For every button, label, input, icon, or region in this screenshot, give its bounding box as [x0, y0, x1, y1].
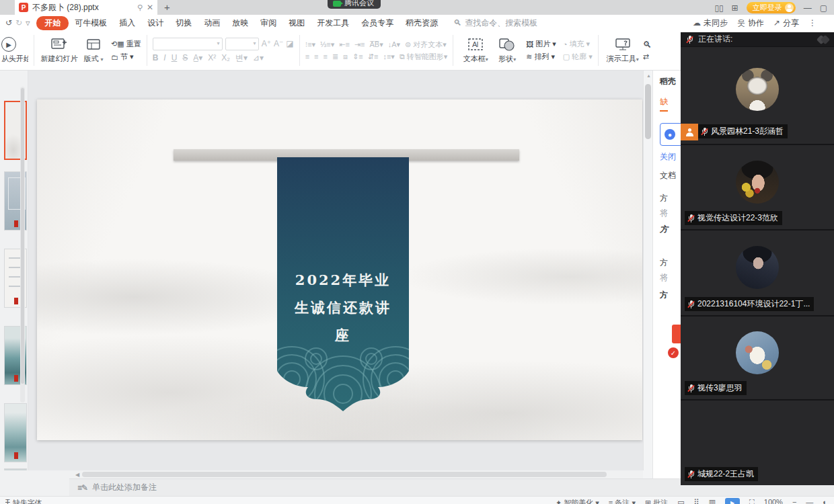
quick-access-chevron-icon[interactable]: ▽: [26, 20, 30, 26]
slide-editor[interactable]: 2022年毕业 生诚信还款讲 座: [37, 99, 642, 440]
decrease-indent-icon[interactable]: ⇤≡: [339, 40, 350, 49]
shapes-button[interactable]: 形状▾: [492, 37, 522, 64]
canvas-vertical-scrollbar[interactable]: ▲: [643, 71, 652, 470]
superscript-icon[interactable]: X²: [208, 53, 216, 62]
play-from-start-button[interactable]: ▶ 从头开始: [1, 37, 28, 64]
find-icon[interactable]: 🔍︎: [643, 40, 652, 50]
collaborate-button[interactable]: 웃 协作: [737, 17, 764, 29]
split-view-icon[interactable]: ▯▯: [714, 3, 723, 13]
normal-view-icon[interactable]: ▭: [677, 498, 684, 504]
numbered-list-icon[interactable]: ⅓≡▾: [320, 40, 334, 49]
menu-tab-review[interactable]: 审阅: [254, 16, 282, 30]
font-item[interactable]: 方: [660, 290, 668, 301]
pin-tab-icon[interactable]: ⚲: [137, 3, 143, 12]
smart-beautify-button[interactable]: ✦ 智能美化 ▾: [556, 498, 599, 504]
wps-assistant-icon[interactable]: ✓: [668, 347, 679, 358]
menu-tab-view[interactable]: 视图: [282, 16, 311, 30]
layout-button[interactable]: 版式 ▾: [79, 37, 108, 64]
font-item[interactable]: 方: [660, 257, 668, 269]
slide-sorter-icon[interactable]: ⠿: [694, 498, 699, 504]
line-spacing-icon[interactable]: ⇕≡: [352, 52, 363, 61]
zoom-out-icon[interactable]: −: [792, 498, 796, 504]
menu-tab-transitions[interactable]: 切换: [169, 16, 198, 30]
font-color-icon[interactable]: A̲▾: [193, 53, 202, 62]
menu-tab-home[interactable]: 开始: [36, 16, 69, 30]
menu-tab-design[interactable]: 设计: [141, 16, 169, 30]
horizontal-scroll-thumb[interactable]: [82, 472, 607, 477]
participant-tile[interactable]: 20221316104环境设计22-1丁...: [681, 230, 834, 317]
sync-status-button[interactable]: ☁ 未同步: [693, 17, 728, 29]
text-direction-icon[interactable]: A̅B̅▾: [370, 40, 383, 49]
font-size-combo[interactable]: [225, 38, 259, 50]
maximize-icon[interactable]: ▢: [820, 3, 827, 13]
menu-tab-keniu-templates[interactable]: 可牛模板: [69, 16, 113, 30]
menu-tab-insert[interactable]: 插入: [113, 16, 141, 30]
reset-slide-button[interactable]: ⟲▦ 重置: [111, 39, 141, 49]
justify-icon[interactable]: ≣: [332, 52, 338, 61]
zoom-slider[interactable]: —: [806, 498, 813, 504]
new-slide-button[interactable]: 新建幻灯片: [40, 37, 79, 64]
phonetic-guide-icon[interactable]: 변▾: [235, 52, 248, 64]
clear-format-icon[interactable]: ◪: [286, 39, 293, 48]
taskpane-close-link[interactable]: 关闭: [660, 151, 676, 163]
scroll-up-icon[interactable]: ▲: [646, 73, 651, 78]
menu-tab-animation[interactable]: 动画: [198, 16, 226, 30]
command-search-box[interactable]: 🔍︎ 查找命令、搜索模板: [453, 17, 537, 29]
align-left-icon[interactable]: ≡: [305, 52, 309, 60]
share-button[interactable]: ↗ 分享: [773, 17, 799, 29]
status-comment-button[interactable]: ⊞ 批注: [645, 498, 668, 504]
taskpane-tab[interactable]: 缺: [660, 96, 668, 112]
align-center-icon[interactable]: ≡: [314, 52, 318, 60]
fill-button[interactable]: ◔ 填充▾: [563, 39, 593, 49]
slide-thumbnail-5[interactable]: [4, 403, 27, 462]
line-direction-icon[interactable]: ↓A▾: [388, 40, 400, 49]
slideshow-play-button[interactable]: ▶: [725, 498, 740, 504]
font-item[interactable]: 方: [660, 224, 668, 235]
participant-tile[interactable]: 视觉传达设计22-3范欣: [681, 145, 834, 230]
bold-icon[interactable]: B: [153, 53, 159, 62]
status-notes-button[interactable]: ≡ 备注 ▾: [609, 498, 636, 504]
increase-font-icon[interactable]: A⁺: [262, 39, 271, 48]
menu-tab-slideshow[interactable]: 放映: [226, 16, 254, 30]
participant-tile[interactable]: 风景园林21-3彭涵哲: [681, 47, 834, 145]
menu-tab-member[interactable]: 会员专享: [355, 16, 400, 30]
align-right-icon[interactable]: ≡: [324, 52, 328, 60]
scroll-left-icon[interactable]: ◀: [73, 472, 82, 478]
subscript-icon[interactable]: X₂: [221, 53, 230, 62]
strikethrough-icon[interactable]: S: [182, 53, 188, 62]
new-tab-button[interactable]: +: [164, 1, 170, 13]
highlight-icon[interactable]: ⊿▾: [253, 53, 264, 62]
vertical-scroll-thumb[interactable]: [645, 84, 651, 139]
textbox-button[interactable]: A 文本框▾: [459, 37, 492, 64]
document-tab[interactable]: P 不多殿卜 (28).pptx ⚲ ✕: [15, 0, 157, 15]
participant-tile[interactable]: 城规22-2王占凯: [681, 401, 834, 485]
smartart-convert-button[interactable]: ⧉ 转智能图形▾: [400, 52, 447, 62]
menu-tab-docer[interactable]: 稻壳资源: [400, 16, 444, 30]
section-button[interactable]: 🗀 节▾: [111, 52, 141, 62]
menu-tab-developer[interactable]: 开发工具: [311, 16, 355, 30]
fit-slide-icon[interactable]: ⛶: [749, 498, 755, 504]
replace-icon[interactable]: ⇄: [643, 52, 652, 61]
picture-button[interactable]: 🖼︎ 图片▾: [526, 39, 556, 49]
participant-tile[interactable]: 视传3廖思羽: [681, 317, 834, 401]
align-text-button[interactable]: ⊜ 对齐文本▾: [405, 40, 447, 50]
app-grid-icon[interactable]: ⊞: [732, 3, 738, 13]
more-menu-icon[interactable]: ⋮: [808, 18, 817, 28]
italic-icon[interactable]: I: [163, 53, 165, 62]
minimize-icon[interactable]: —: [804, 3, 812, 13]
login-button[interactable]: 立即登录: [747, 2, 796, 13]
reading-view-icon[interactable]: ▥: [709, 498, 716, 504]
decrease-font-icon[interactable]: A⁻: [274, 39, 283, 48]
bullet-list-icon[interactable]: ⁝≡▾: [305, 40, 315, 49]
outline-button[interactable]: ▢ 轮廓▾: [563, 52, 593, 62]
meeting-floating-badge[interactable]: 腾讯会议: [328, 0, 381, 9]
undo-icon[interactable]: ↺: [5, 18, 12, 28]
redo-icon[interactable]: ↻: [15, 18, 22, 28]
font-item[interactable]: 方: [660, 193, 668, 204]
close-tab-icon[interactable]: ✕: [147, 3, 153, 12]
thumbnail-scrollbar[interactable]: [20, 87, 25, 403]
distribute-icon[interactable]: ⧈: [343, 52, 348, 61]
increase-indent-icon[interactable]: ⇥≡: [354, 40, 365, 49]
spacing-options-icon[interactable]: ↕≡▾: [383, 52, 394, 61]
underline-icon[interactable]: U: [172, 53, 178, 62]
